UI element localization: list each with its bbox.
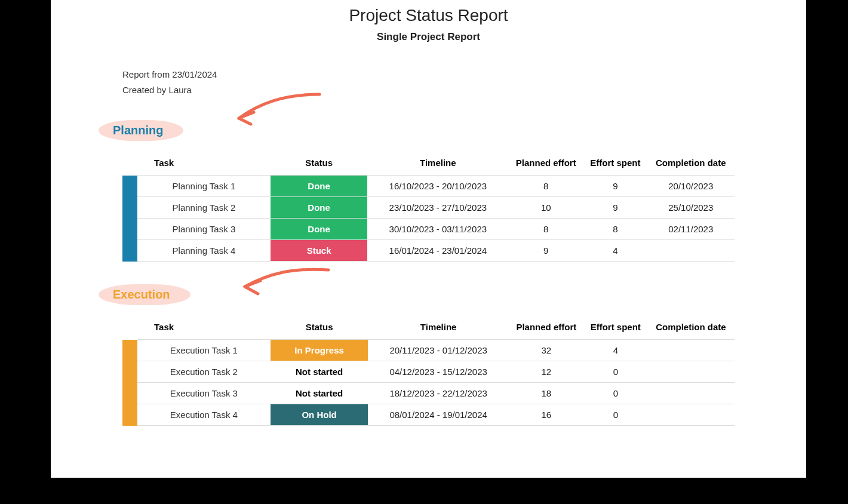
cell-planned-effort: 18	[509, 383, 584, 404]
cell-completion-date: 20/10/2023	[647, 176, 735, 197]
table-row: Execution Task 4On Hold08/01/2024 - 19/0…	[122, 404, 735, 426]
cell-completion-date	[647, 383, 735, 404]
page-subtitle: Single Project Report	[122, 31, 735, 43]
cell-planned-effort: 9	[508, 240, 583, 262]
table-row: Planning Task 2Done23/10/2023 - 27/10/20…	[122, 197, 735, 219]
cell-status: Not started	[271, 361, 368, 383]
cell-status: Stuck	[271, 240, 368, 262]
cell-planned-effort: 32	[509, 340, 584, 361]
section-color-bar	[122, 176, 137, 262]
cell-timeline: 18/12/2023 - 22/12/2023	[368, 383, 509, 404]
cell-effort-spent: 4	[583, 240, 647, 262]
cell-status: Done	[271, 176, 368, 197]
cell-status: Done	[271, 219, 368, 240]
col-planned-effort: Planned effort	[509, 317, 584, 340]
cell-planned-effort: 16	[509, 404, 584, 426]
cell-effort-spent: 0	[584, 383, 647, 404]
table-body-execution: Execution Task 1In Progress20/11/2023 - …	[122, 340, 735, 426]
cell-timeline: 30/10/2023 - 03/11/2023	[367, 219, 508, 240]
col-status: Status	[271, 317, 368, 340]
cell-completion-date: 25/10/2023	[647, 197, 735, 219]
cell-timeline: 16/10/2023 - 20/10/2023	[367, 176, 508, 197]
cell-task: Planning Task 3	[137, 219, 271, 240]
cell-timeline: 08/01/2024 - 19/01/2024	[368, 404, 509, 426]
col-completion-date: Completion date	[647, 317, 735, 340]
cell-timeline: 16/01/2024 - 23/01/2024	[367, 240, 508, 262]
created-by: Created by Laura	[122, 82, 735, 98]
table-row: Planning Task 3Done30/10/2023 - 03/11/20…	[122, 219, 735, 240]
cell-task: Execution Task 4	[137, 404, 271, 426]
table-row: Execution Task 1In Progress20/11/2023 - …	[122, 340, 735, 361]
report-page: Project Status Report Single Project Rep…	[51, 0, 806, 478]
cell-planned-effort: 10	[508, 197, 583, 219]
cell-task: Execution Task 3	[137, 383, 271, 404]
cell-effort-spent: 9	[583, 176, 647, 197]
col-effort-spent: Effort spent	[583, 153, 647, 176]
col-task: Task	[137, 317, 271, 340]
cell-task: Execution Task 2	[137, 361, 271, 383]
col-completion-date: Completion date	[647, 153, 735, 176]
table-planning: Task Status Timeline Planned effort Effo…	[122, 153, 735, 262]
table-row: Planning Task 4Stuck16/01/2024 - 23/01/2…	[122, 240, 735, 262]
cell-effort-spent: 9	[583, 197, 647, 219]
col-task: Task	[137, 153, 271, 176]
table-row: Execution Task 3Not started18/12/2023 - …	[122, 383, 735, 404]
cell-planned-effort: 8	[508, 219, 583, 240]
col-timeline: Timeline	[368, 317, 509, 340]
section-label-planning: Planning	[102, 120, 180, 141]
cell-status: Done	[271, 197, 368, 219]
cell-timeline: 23/10/2023 - 27/10/2023	[367, 197, 508, 219]
table-row: Planning Task 1Done16/10/2023 - 20/10/20…	[122, 176, 735, 197]
report-meta: Report from 23/01/2024 Created by Laura	[122, 67, 735, 97]
cell-status: On Hold	[271, 404, 368, 426]
cell-effort-spent: 4	[584, 340, 647, 361]
cell-effort-spent: 0	[584, 404, 647, 426]
cell-timeline: 20/11/2023 - 01/12/2023	[368, 340, 509, 361]
cell-timeline: 04/12/2023 - 15/12/2023	[368, 361, 509, 383]
col-effort-spent: Effort spent	[584, 317, 647, 340]
table-body-planning: Planning Task 1Done16/10/2023 - 20/10/20…	[122, 176, 735, 262]
cell-task: Planning Task 4	[137, 240, 271, 262]
section-color-bar	[122, 340, 137, 426]
cell-effort-spent: 8	[583, 219, 647, 240]
cell-task: Planning Task 2	[137, 197, 271, 219]
report-from: Report from 23/01/2024	[122, 67, 735, 82]
cell-completion-date	[647, 340, 735, 361]
col-planned-effort: Planned effort	[508, 153, 583, 176]
cell-planned-effort: 12	[509, 361, 584, 383]
cell-status: Not started	[271, 383, 368, 404]
cell-completion-date	[647, 240, 735, 262]
section-label-execution: Execution	[102, 284, 187, 305]
cell-effort-spent: 0	[584, 361, 647, 383]
table-execution: Task Status Timeline Planned effort Effo…	[122, 317, 735, 426]
col-timeline: Timeline	[367, 153, 508, 176]
cell-planned-effort: 8	[508, 176, 583, 197]
table-row: Execution Task 2Not started04/12/2023 - …	[122, 361, 735, 383]
page-title: Project Status Report	[122, 0, 735, 25]
cell-completion-date	[647, 361, 735, 383]
cell-task: Execution Task 1	[137, 340, 271, 361]
cell-completion-date	[647, 404, 735, 426]
cell-status: In Progress	[271, 340, 368, 361]
col-status: Status	[271, 153, 368, 176]
cell-task: Planning Task 1	[137, 176, 271, 197]
cell-completion-date: 02/11/2023	[647, 219, 735, 240]
